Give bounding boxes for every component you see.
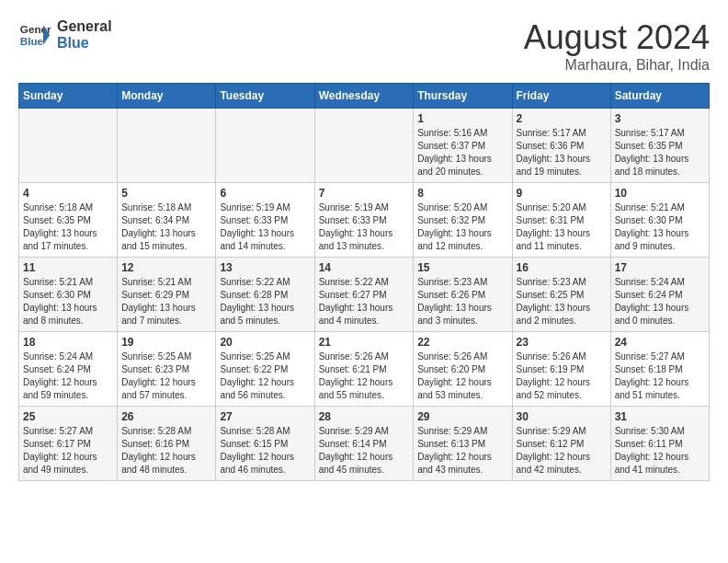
- day-number: 19: [121, 336, 211, 349]
- day-info: Sunrise: 5:29 AMSunset: 6:14 PMDaylight:…: [319, 425, 410, 477]
- day-info: Sunrise: 5:16 AMSunset: 6:37 PMDaylight:…: [417, 127, 507, 178]
- day-number: 24: [615, 336, 705, 349]
- title-area: August 2024 Marhaura, Bihar, India: [524, 18, 710, 74]
- calendar-cell: 14Sunrise: 5:22 AMSunset: 6:27 PMDayligh…: [314, 258, 414, 332]
- calendar-cell: 7Sunrise: 5:19 AMSunset: 6:33 PMDaylight…: [314, 183, 414, 258]
- day-header-friday: Friday: [512, 84, 610, 109]
- day-number: 2: [517, 112, 607, 125]
- day-info: Sunrise: 5:25 AMSunset: 6:23 PMDaylight:…: [121, 350, 211, 402]
- day-info: Sunrise: 5:26 AMSunset: 6:19 PMDaylight:…: [517, 350, 607, 402]
- day-info: Sunrise: 5:17 AMSunset: 6:35 PMDaylight:…: [615, 127, 705, 178]
- day-header-saturday: Saturday: [610, 84, 709, 109]
- day-info: Sunrise: 5:21 AMSunset: 6:29 PMDaylight:…: [121, 276, 211, 327]
- day-header-sunday: Sunday: [19, 84, 118, 109]
- calendar-cell: 25Sunrise: 5:27 AMSunset: 6:17 PMDayligh…: [19, 407, 118, 481]
- day-number: 4: [23, 187, 113, 200]
- day-number: 10: [615, 187, 705, 200]
- month-title: August 2024: [524, 18, 710, 57]
- calendar-cell: 31Sunrise: 5:30 AMSunset: 6:11 PMDayligh…: [610, 407, 709, 481]
- calendar-cell: 22Sunrise: 5:26 AMSunset: 6:20 PMDayligh…: [414, 332, 512, 407]
- calendar-cell: 12Sunrise: 5:21 AMSunset: 6:29 PMDayligh…: [118, 258, 216, 332]
- day-number: 26: [121, 410, 211, 423]
- day-number: 28: [319, 410, 410, 423]
- calendar-cell: [118, 109, 216, 183]
- day-info: Sunrise: 5:23 AMSunset: 6:25 PMDaylight:…: [517, 276, 607, 327]
- day-number: 17: [615, 261, 705, 274]
- day-number: 31: [615, 410, 705, 423]
- day-number: 25: [23, 410, 113, 423]
- calendar-cell: 6Sunrise: 5:19 AMSunset: 6:33 PMDaylight…: [216, 183, 314, 258]
- day-info: Sunrise: 5:26 AMSunset: 6:20 PMDaylight:…: [417, 350, 507, 402]
- calendar-cell: 15Sunrise: 5:23 AMSunset: 6:26 PMDayligh…: [414, 258, 512, 332]
- day-number: 5: [121, 187, 211, 200]
- calendar-cell: 3Sunrise: 5:17 AMSunset: 6:35 PMDaylight…: [610, 109, 709, 183]
- calendar-cell: 16Sunrise: 5:23 AMSunset: 6:25 PMDayligh…: [512, 258, 610, 332]
- week-row-2: 4Sunrise: 5:18 AMSunset: 6:35 PMDaylight…: [19, 183, 710, 258]
- day-number: 9: [517, 187, 607, 200]
- day-number: 20: [220, 336, 310, 349]
- day-info: Sunrise: 5:18 AMSunset: 6:34 PMDaylight:…: [121, 201, 211, 253]
- day-number: 11: [23, 261, 113, 274]
- day-info: Sunrise: 5:20 AMSunset: 6:31 PMDaylight:…: [517, 201, 607, 253]
- day-info: Sunrise: 5:28 AMSunset: 6:15 PMDaylight:…: [220, 425, 310, 477]
- calendar-cell: 17Sunrise: 5:24 AMSunset: 6:24 PMDayligh…: [610, 258, 709, 332]
- day-number: 1: [417, 112, 507, 125]
- day-info: Sunrise: 5:24 AMSunset: 6:24 PMDaylight:…: [23, 350, 113, 402]
- day-number: 15: [417, 261, 507, 274]
- day-info: Sunrise: 5:20 AMSunset: 6:32 PMDaylight:…: [417, 201, 507, 253]
- logo: General Blue General Blue: [18, 18, 112, 52]
- day-number: 8: [417, 187, 507, 200]
- day-info: Sunrise: 5:17 AMSunset: 6:36 PMDaylight:…: [517, 127, 607, 178]
- day-number: 3: [615, 112, 705, 125]
- calendar-cell: 9Sunrise: 5:20 AMSunset: 6:31 PMDaylight…: [512, 183, 610, 258]
- day-info: Sunrise: 5:23 AMSunset: 6:26 PMDaylight:…: [417, 276, 507, 327]
- calendar-cell: 11Sunrise: 5:21 AMSunset: 6:30 PMDayligh…: [19, 258, 118, 332]
- day-number: 7: [319, 187, 410, 200]
- day-info: Sunrise: 5:26 AMSunset: 6:21 PMDaylight:…: [319, 350, 410, 402]
- logo-line1: General: [57, 18, 112, 35]
- day-number: 12: [121, 261, 211, 274]
- calendar-cell: 1Sunrise: 5:16 AMSunset: 6:37 PMDaylight…: [414, 109, 512, 183]
- calendar-table: SundayMondayTuesdayWednesdayThursdayFrid…: [18, 83, 710, 481]
- day-info: Sunrise: 5:24 AMSunset: 6:24 PMDaylight:…: [615, 276, 705, 327]
- day-number: 6: [220, 187, 310, 200]
- calendar-cell: 13Sunrise: 5:22 AMSunset: 6:28 PMDayligh…: [216, 258, 314, 332]
- calendar-cell: 10Sunrise: 5:21 AMSunset: 6:30 PMDayligh…: [610, 183, 709, 258]
- day-header-thursday: Thursday: [414, 84, 512, 109]
- day-info: Sunrise: 5:21 AMSunset: 6:30 PMDaylight:…: [23, 276, 113, 327]
- logo-icon: General Blue: [18, 18, 51, 52]
- day-number: 13: [220, 261, 310, 274]
- day-number: 21: [319, 336, 410, 349]
- day-info: Sunrise: 5:30 AMSunset: 6:11 PMDaylight:…: [615, 425, 705, 477]
- header-row: SundayMondayTuesdayWednesdayThursdayFrid…: [19, 84, 710, 109]
- calendar-cell: 28Sunrise: 5:29 AMSunset: 6:14 PMDayligh…: [314, 407, 414, 481]
- calendar-cell: 2Sunrise: 5:17 AMSunset: 6:36 PMDaylight…: [512, 109, 610, 183]
- day-info: Sunrise: 5:29 AMSunset: 6:13 PMDaylight:…: [417, 425, 507, 477]
- logo-line2: Blue: [57, 35, 112, 52]
- day-info: Sunrise: 5:25 AMSunset: 6:22 PMDaylight:…: [220, 350, 310, 402]
- page-header: General Blue General Blue August 2024 Ma…: [18, 18, 710, 74]
- calendar-cell: 23Sunrise: 5:26 AMSunset: 6:19 PMDayligh…: [512, 332, 610, 407]
- day-number: 30: [517, 410, 607, 423]
- location: Marhaura, Bihar, India: [524, 57, 710, 74]
- calendar-cell: 19Sunrise: 5:25 AMSunset: 6:23 PMDayligh…: [118, 332, 216, 407]
- day-header-wednesday: Wednesday: [314, 84, 414, 109]
- calendar-cell: 27Sunrise: 5:28 AMSunset: 6:15 PMDayligh…: [216, 407, 314, 481]
- week-row-5: 25Sunrise: 5:27 AMSunset: 6:17 PMDayligh…: [19, 407, 710, 481]
- day-info: Sunrise: 5:27 AMSunset: 6:17 PMDaylight:…: [23, 425, 113, 477]
- day-info: Sunrise: 5:27 AMSunset: 6:18 PMDaylight:…: [615, 350, 705, 402]
- calendar-cell: 5Sunrise: 5:18 AMSunset: 6:34 PMDaylight…: [118, 183, 216, 258]
- day-number: 18: [23, 336, 113, 349]
- day-info: Sunrise: 5:22 AMSunset: 6:27 PMDaylight:…: [319, 276, 410, 327]
- day-number: 29: [417, 410, 507, 423]
- day-number: 23: [517, 336, 607, 349]
- day-header-monday: Monday: [118, 84, 216, 109]
- calendar-cell: [314, 109, 414, 183]
- week-row-1: 1Sunrise: 5:16 AMSunset: 6:37 PMDaylight…: [19, 109, 710, 183]
- calendar-cell: 21Sunrise: 5:26 AMSunset: 6:21 PMDayligh…: [314, 332, 414, 407]
- day-number: 16: [517, 261, 607, 274]
- day-number: 27: [220, 410, 310, 423]
- calendar-cell: 26Sunrise: 5:28 AMSunset: 6:16 PMDayligh…: [118, 407, 216, 481]
- calendar-cell: [19, 109, 118, 183]
- day-info: Sunrise: 5:28 AMSunset: 6:16 PMDaylight:…: [121, 425, 211, 477]
